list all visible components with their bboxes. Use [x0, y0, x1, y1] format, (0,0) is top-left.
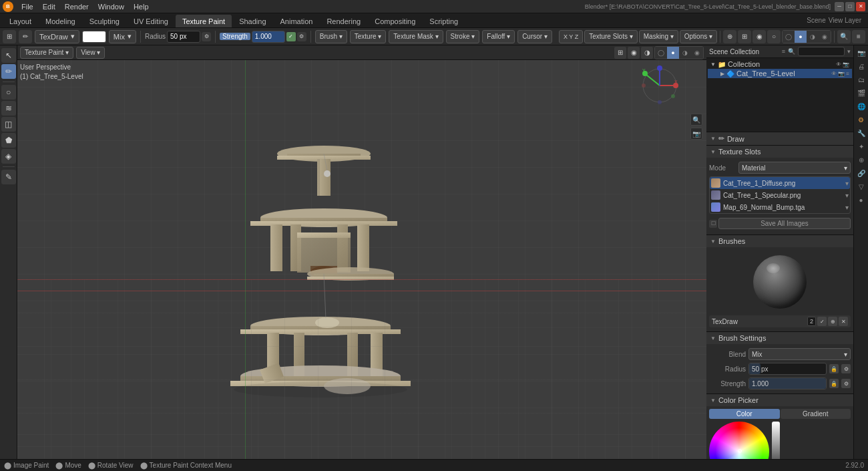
color-tab-color[interactable]: Color	[709, 409, 780, 419]
view-layer-props-icon[interactable]: 🗂	[855, 73, 867, 86]
tab-uv-editing[interactable]: UV Editing	[127, 15, 175, 27]
collection-render-icon[interactable]: 📷	[843, 61, 849, 67]
radius-prop-value[interactable]: 50 px	[748, 363, 827, 375]
tool-select[interactable]: ↖	[1, 48, 16, 63]
brush-type-icon[interactable]: ✏	[19, 30, 32, 43]
options-btn[interactable]: Options ▾	[680, 30, 717, 43]
texture-item-specular[interactable]: Cat_Tree_1_Specular.png ▾	[710, 189, 850, 201]
strength-prop-settings[interactable]: ⚙	[841, 379, 851, 388]
gizmo-toggle[interactable]: ⊞	[614, 47, 626, 59]
constraints-props-icon[interactable]: 🔗	[855, 167, 867, 179]
brush-dropdown[interactable]: Brush ▾	[315, 30, 347, 43]
scene-props-icon[interactable]: 🎬	[855, 87, 867, 99]
maximize-button[interactable]: □	[845, 2, 855, 11]
cat-tree-render-icon[interactable]: 📷	[838, 71, 845, 77]
overlay-toggle[interactable]: ◉	[628, 47, 640, 59]
color-wheel[interactable]	[709, 422, 769, 459]
tool-mask[interactable]: ◈	[1, 149, 16, 164]
camera-icon[interactable]: 📷	[690, 128, 702, 140]
cat-tree-eye-icon[interactable]: 👁	[831, 71, 837, 77]
navigation-gizmo[interactable]: X Y Z	[640, 65, 680, 106]
blend-dropdown[interactable]: Mix ▾	[748, 348, 851, 360]
viewport-view-btn[interactable]: View ▾	[76, 47, 105, 59]
output-props-icon[interactable]: 🖨	[855, 60, 867, 72]
menu-file[interactable]: File	[17, 2, 37, 11]
solid-shading[interactable]: ◯	[655, 47, 667, 59]
tab-layout[interactable]: Layout	[3, 15, 38, 27]
proportional-icon[interactable]: ○	[767, 30, 781, 43]
masking-btn[interactable]: Masking ▾	[639, 30, 678, 43]
scene-collection-item[interactable]: ▼ 📁 Collection 👁 📷	[708, 59, 852, 69]
save-all-images-button[interactable]: Save All Images	[718, 218, 851, 229]
view-solid[interactable]: ◯	[783, 31, 795, 43]
tab-animation[interactable]: Animation	[274, 15, 320, 27]
view-render2[interactable]: ◉	[819, 31, 831, 43]
cat-tree-scene-item[interactable]: ▶ 🔷 Cat_Tree_5-Level 👁 📷 ≡	[708, 69, 852, 78]
strength-value[interactable]: 1.000	[252, 31, 285, 43]
color-picker-header[interactable]: ▼ Color Picker	[706, 394, 853, 406]
color-value-bar[interactable]	[772, 422, 780, 459]
brush-settings-header[interactable]: ▼ Brush Settings	[706, 332, 853, 344]
render-props-icon[interactable]: 📷	[855, 47, 867, 59]
brush-copy-icon[interactable]: ⊕	[828, 317, 837, 326]
outliner-filter-icon[interactable]: ≡	[782, 48, 785, 55]
snap-icon[interactable]: ◉	[752, 30, 766, 43]
outliner-search-input[interactable]	[798, 47, 845, 56]
strength-prop-value[interactable]: 1.000	[748, 377, 827, 389]
rendered-shading[interactable]: ◑	[679, 47, 691, 59]
strength-lock-icon[interactable]: ⚙	[297, 32, 306, 41]
menu-edit[interactable]: Edit	[39, 2, 59, 11]
radius-value[interactable]: 50 px	[167, 31, 200, 43]
cat-tree-filter-icon[interactable]: ≡	[846, 71, 849, 77]
close-button[interactable]: ✕	[856, 2, 865, 11]
radius-prop-settings[interactable]: ⚙	[841, 364, 851, 373]
tool-draw[interactable]: ✏	[1, 64, 16, 79]
texture-slots-header[interactable]: ▼ Texture Slots	[706, 146, 853, 158]
tab-rendering[interactable]: Rendering	[320, 15, 367, 27]
brush-color-field[interactable]	[82, 31, 106, 43]
pivot-icon[interactable]: ⊕	[723, 30, 736, 43]
viewport[interactable]: User Perspective (1) Cat_Tree_5-Level X …	[17, 60, 706, 459]
material-shading[interactable]: ●	[667, 47, 679, 59]
strength-check[interactable]: ✓	[286, 32, 296, 41]
texture-item-normal[interactable]: Map_69_Normal_Bump.tga ▾	[710, 201, 850, 213]
tab-shading[interactable]: Shading	[232, 15, 272, 27]
brushes-header[interactable]: ▼ Brushes	[706, 235, 853, 247]
texture-item-diffuse[interactable]: Cat_Tree_1_Diffuse.png ▾	[710, 177, 850, 189]
menu-window[interactable]: Window	[94, 2, 128, 11]
brush-delete-icon[interactable]: ✕	[839, 317, 848, 326]
tab-modeling[interactable]: Modeling	[39, 15, 82, 27]
strength-prop-lock[interactable]: 🔒	[829, 379, 839, 388]
normal-menu-icon[interactable]: ▾	[845, 204, 849, 211]
specular-menu-icon[interactable]: ▾	[845, 192, 849, 199]
texture-slots-btn[interactable]: Texture Slots ▾	[584, 30, 638, 43]
data-props-icon[interactable]: ▽	[855, 180, 867, 192]
object-props-icon[interactable]: ⚙	[855, 114, 867, 126]
collection-eye-icon[interactable]: 👁	[836, 61, 841, 67]
stroke-dropdown[interactable]: Stroke ▾	[446, 30, 480, 43]
mode-icon[interactable]: ⊞	[3, 30, 16, 43]
transform-icon[interactable]: ⊞	[738, 30, 751, 43]
xray-toggle[interactable]: ◑	[641, 47, 653, 59]
tool-clone[interactable]: ◫	[1, 117, 16, 132]
minimize-button[interactable]: ─	[835, 2, 844, 11]
tool-fill[interactable]: ⬟	[1, 133, 16, 148]
tab-compositing[interactable]: Compositing	[368, 15, 422, 27]
physics-props-icon[interactable]: ⊕	[855, 154, 867, 166]
mode-dropdown[interactable]: Material ▾	[738, 162, 851, 174]
zoom-icon[interactable]: 🔍	[690, 114, 702, 126]
tab-texture-paint[interactable]: Texture Paint	[176, 15, 232, 27]
search-icon[interactable]: 🔍	[837, 30, 851, 43]
blend-mode-dropdown[interactable]: Mix▾	[109, 30, 136, 43]
particles-props-icon[interactable]: ✦	[855, 140, 867, 152]
brush-name-dropdown[interactable]: TexDraw▾	[35, 30, 79, 43]
radius-prop-lock[interactable]: 🔒	[829, 364, 839, 373]
falloff-dropdown[interactable]: Falloff ▾	[482, 30, 515, 43]
tool-smear[interactable]: ≋	[1, 101, 16, 116]
save-checkbox[interactable]: ☐	[709, 220, 717, 228]
eevee-shading[interactable]: ◉	[691, 47, 703, 59]
outliner-search-icon[interactable]: 🔍	[788, 48, 795, 55]
viewport-mode-btn[interactable]: Texture Paint ▾	[20, 47, 73, 59]
view-material[interactable]: ●	[795, 31, 807, 43]
texture-mask-dropdown[interactable]: Texture Mask ▾	[389, 30, 443, 43]
